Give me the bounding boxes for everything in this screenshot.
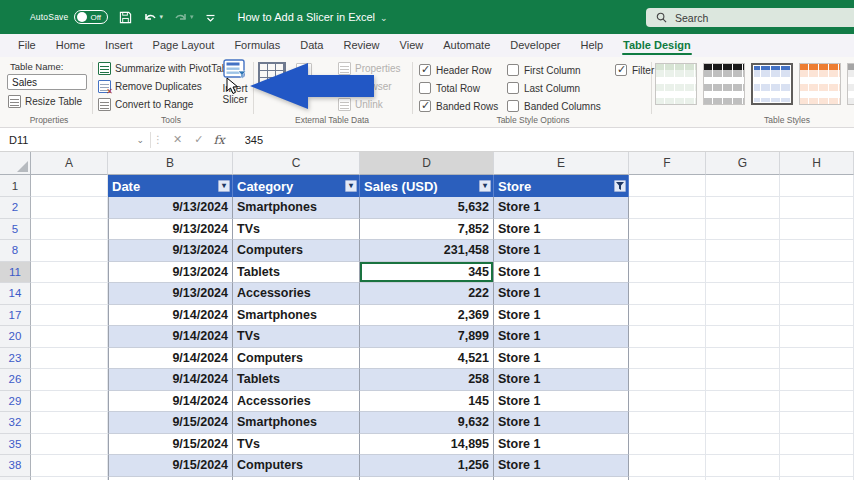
store-cell[interactable]: Store 1 [494,197,629,219]
date-cell[interactable]: 9/14/2024 [108,369,233,391]
date-cell[interactable]: 9/13/2024 [108,262,233,284]
empty-cell[interactable] [31,283,108,305]
empty-cell[interactable] [780,262,854,284]
column-header[interactable]: F [629,152,706,175]
category-cell[interactable]: Accessories [233,391,360,413]
store-cell[interactable]: Store 1 [494,455,629,477]
insert-function-icon[interactable]: fx [213,133,224,147]
row-header[interactable]: 11 [0,262,31,284]
date-cell[interactable]: 9/14/2024 [108,326,233,348]
empty-cell[interactable] [706,240,780,262]
empty-cell[interactable] [780,283,854,305]
row-header[interactable] [0,477,31,480]
empty-cell[interactable] [31,175,108,197]
row-header[interactable]: 5 [0,219,31,241]
date-cell[interactable]: 9/15/2024 [108,412,233,434]
empty-cell[interactable] [31,434,108,456]
empty-cell[interactable] [780,477,854,480]
category-cell[interactable]: Computers [233,348,360,370]
empty-cell[interactable] [780,412,854,434]
empty-cell[interactable] [780,175,854,197]
store-cell[interactable]: Store 1 [494,283,629,305]
sales-cell[interactable]: 2,369 [360,305,494,327]
date-cell[interactable]: 9/13/2024 [108,219,233,241]
sales-cell[interactable]: 145 [360,391,494,413]
select-all-corner[interactable] [0,152,31,175]
empty-cell[interactable] [706,369,780,391]
empty-cell[interactable] [780,219,854,241]
row-header[interactable]: 20 [0,326,31,348]
empty-cell[interactable] [706,326,780,348]
empty-cell[interactable] [629,197,706,219]
filter-dropdown-button[interactable]: ▾ [345,180,357,192]
confirm-entry-icon[interactable]: ✓ [194,133,203,146]
sales-cell[interactable]: 14,895 [360,434,494,456]
sales-cell[interactable]: 4,521 [360,348,494,370]
ribbon-tab[interactable]: Table Design [613,35,701,56]
empty-cell[interactable] [629,283,706,305]
row-header[interactable]: 23 [0,348,31,370]
empty-cell[interactable] [494,477,629,480]
sales-cell[interactable]: 9,632 [360,412,494,434]
row-header[interactable]: 2 [0,197,31,219]
resize-table-button[interactable]: Resize Table [8,95,82,108]
autosave-toggle[interactable]: Off [74,10,108,24]
table-style-thumbnail[interactable] [799,63,841,105]
empty-cell[interactable] [31,348,108,370]
empty-cell[interactable] [629,455,706,477]
empty-cell[interactable] [31,197,108,219]
empty-cell[interactable] [629,262,706,284]
style-option-checkbox-row[interactable]: First Column [507,64,615,76]
store-cell[interactable]: Store 1 [494,391,629,413]
empty-cell[interactable] [629,240,706,262]
empty-cell[interactable] [108,477,233,480]
row-header[interactable]: 8 [0,240,31,262]
empty-cell[interactable] [706,262,780,284]
empty-cell[interactable] [31,262,108,284]
row-header[interactable]: 32 [0,412,31,434]
ribbon-tab[interactable]: View [390,35,434,56]
empty-cell[interactable] [706,455,780,477]
date-cell[interactable]: 9/13/2024 [108,197,233,219]
ribbon-tab[interactable]: Data [290,35,333,56]
empty-cell[interactable] [706,391,780,413]
date-cell[interactable]: 9/14/2024 [108,305,233,327]
category-cell[interactable]: Smartphones [233,197,360,219]
empty-cell[interactable] [780,348,854,370]
cancel-entry-icon[interactable]: ✕ [173,133,182,146]
row-header[interactable]: 38 [0,455,31,477]
date-cell[interactable]: 9/13/2024 [108,283,233,305]
sales-cell[interactable]: 5,632 [360,197,494,219]
column-header[interactable]: E [494,152,629,175]
row-header[interactable]: 1 [0,175,31,197]
row-header[interactable]: 29 [0,391,31,413]
table-style-thumbnail[interactable] [703,63,745,105]
store-cell[interactable]: Store 1 [494,348,629,370]
sales-cell[interactable]: 7,899 [360,326,494,348]
sales-cell[interactable]: 222 [360,283,494,305]
empty-cell[interactable] [706,434,780,456]
date-cell[interactable]: 9/14/2024 [108,348,233,370]
sales-cell[interactable]: 258 [360,369,494,391]
checkbox-icon[interactable] [419,82,431,94]
row-header[interactable]: 14 [0,283,31,305]
empty-cell[interactable] [780,391,854,413]
empty-cell[interactable] [31,240,108,262]
category-cell[interactable]: Tablets [233,262,360,284]
empty-cell[interactable] [31,326,108,348]
empty-cell[interactable] [31,219,108,241]
tools-button[interactable]: Remove Duplicates [98,77,235,95]
table-column-header-cell[interactable]: Date ▾ [108,175,233,197]
sales-cell[interactable]: 7,852 [360,219,494,241]
column-header[interactable]: C [233,152,360,175]
document-title[interactable]: How to Add a Slicer in Excel⌄ [238,11,388,23]
category-cell[interactable]: Smartphones [233,305,360,327]
store-cell[interactable]: Store 1 [494,412,629,434]
table-column-header-cell[interactable]: Sales (USD) ▾ [360,175,494,197]
empty-cell[interactable] [629,219,706,241]
empty-cell[interactable] [31,412,108,434]
ribbon-tab[interactable]: File [8,35,46,56]
undo-dropdown-icon[interactable]: ▾ [159,13,163,21]
name-box-dropdown-icon[interactable]: ⌄ [136,135,144,145]
ribbon-tab[interactable]: Help [570,35,613,56]
